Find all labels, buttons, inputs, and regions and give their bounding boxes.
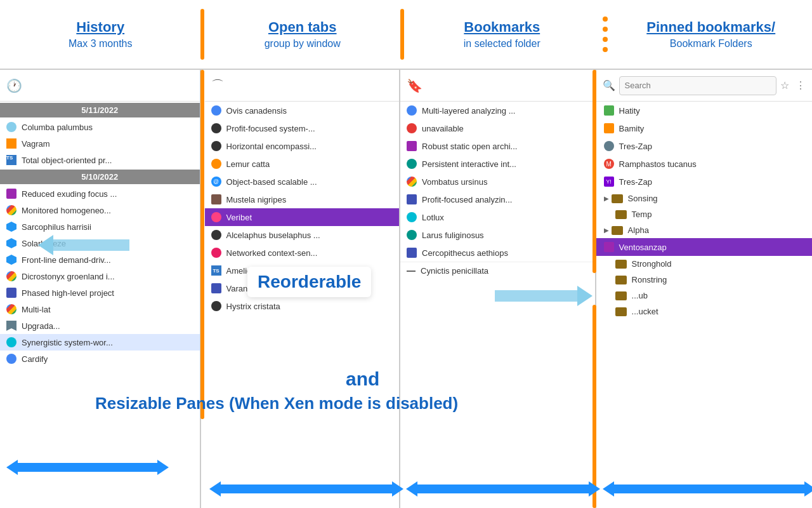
favicon [211,141,221,151]
history-icon: 🕐 [6,78,22,93]
list-item[interactable]: Synergistic system-wor... [0,334,200,351]
item-label: Multi-lat [22,305,51,314]
item-label: Larus fuliginosus [422,231,484,240]
list-item[interactable]: Dicrostonyx groenland i... [0,268,200,284]
folder-icon [612,226,623,235]
list-item[interactable]: Front-line demand-driv... [0,251,200,268]
list-item[interactable]: Solarbreeze [0,235,200,251]
list-item[interactable]: Vagram [0,135,200,152]
item-label: Lemur catta [226,159,270,169]
folder-item[interactable]: ...ub [596,288,812,304]
list-item[interactable]: Hystrix cristata [205,297,400,315]
list-item[interactable]: M Ramphastos tucanus [596,155,812,173]
folder-item[interactable]: ▶ Alpha [596,222,812,238]
list-item[interactable]: Larus fuliginosus [400,226,595,244]
favicon [6,288,16,298]
active-tab-item[interactable]: Veribet [205,208,400,226]
orange-bar-right-top [593,70,596,273]
list-item[interactable]: Mustela nigripes [205,190,400,208]
list-item[interactable]: @ Object-based scalable ... [205,173,400,190]
item-label: Dicrostonyx groenland i... [22,272,115,281]
bookmark-icon: 🔖 [407,78,422,93]
list-item[interactable]: Profit-focused system-... [205,119,400,137]
list-item[interactable]: Cynictis penicillata [400,262,595,279]
search-icon: 🔍 [603,79,615,91]
favicon [211,123,221,133]
item-label: Ovis canadensis [226,106,287,116]
list-item[interactable]: Hatity [596,102,812,119]
item-label: Veribet [226,213,252,222]
list-item[interactable]: Vombatus ursinus [400,173,595,190]
folder-item[interactable]: Ronstring [596,272,812,288]
list-item[interactable]: TS Ameliora... [205,262,400,279]
folder-item[interactable]: Stronghold [596,256,812,272]
list-item[interactable]: Sarcophilus harrisii [0,218,200,235]
favicon [211,301,221,311]
item-label: Sarcophilus harrisii [22,222,91,232]
tabs-icon: ⌒ [211,77,224,94]
folder-icon [615,210,627,219]
folder-item[interactable]: ▶ Sonsing [596,190,812,206]
tabs-pane-header: ⌒ [205,70,400,102]
item-label: Front-line demand-driv... [22,255,111,265]
item-label: Upgrada... [22,321,60,331]
favicon [6,222,16,232]
list-item[interactable]: Reduced exuding focus ... [0,185,200,202]
list-item[interactable]: Multi-lat [0,301,200,318]
list-item[interactable]: Profit-focused analyzin... [400,190,595,208]
list-item[interactable]: Bamity [596,119,812,137]
favicon [6,271,16,281]
favicon [407,212,417,222]
list-item[interactable]: Robust static open archi... [400,137,595,155]
item-label: Robust static open archi... [422,142,517,151]
search-box[interactable] [619,76,776,95]
list-item[interactable]: Columba palumbus [0,119,200,135]
list-item[interactable]: Tres-Zap [596,137,812,155]
favicon [6,238,16,248]
item-label: Ventosanzap [619,243,667,252]
list-item[interactable]: Multi-layered analyzing ... [400,102,595,119]
item-label: Profit-focused system-... [226,124,315,133]
main-area: 🕐 5/11/2022 Columba palumbus Vagram TS T… [0,70,812,508]
list-item[interactable]: Lotlux [400,208,595,226]
list-item[interactable]: Upgrada... [0,318,200,334]
folder-item[interactable]: ...ucket [596,304,812,319]
favicon [211,105,221,116]
favicon [6,304,16,314]
list-item[interactable]: Networked context-sen... [205,244,400,262]
search-input[interactable] [625,81,771,90]
list-item[interactable]: Persistent interactive int... [400,155,595,173]
favicon [6,337,16,347]
divider-dots [600,17,610,52]
selected-item[interactable]: Ventosanzap [596,238,812,256]
header-bookmarks: Bookmarks in selected folder [404,0,600,69]
item-label: Object-based scalable ... [226,177,317,187]
item-label: Ameliora... [226,266,266,276]
folder-item[interactable]: Temp [596,206,812,222]
list-item[interactable]: Lemur catta [205,155,400,173]
list-item[interactable]: Phased high-level project [0,284,200,301]
header-bookmarks-subtitle: in selected folder [464,38,540,50]
list-item[interactable]: Cardify [0,351,200,367]
bookmarks-pane: 🔖 Multi-layered analyzing ... unavailabl… [400,70,596,508]
item-label: Cynictis penicillata [421,266,488,276]
list-item[interactable]: TS Total object-oriented pr... [0,152,200,168]
more-icon[interactable]: ⋮ [796,79,806,91]
list-item[interactable]: Horizontal encompassi... [205,137,400,155]
list-item[interactable]: Varanus s... [205,279,400,297]
favicon [604,141,614,151]
list-item[interactable]: Monitored homogeneo... [0,202,200,218]
list-item[interactable]: Alcelaphus buselaphus ... [205,226,400,244]
list-item[interactable]: Ovis canadensis [205,102,400,119]
list-item[interactable]: Cercopithecus aethiops [400,244,595,262]
favicon [211,212,221,222]
favicon [211,248,221,258]
favicon [604,242,614,252]
favicon: M [604,159,614,169]
favicon [6,255,16,265]
star-icon[interactable]: ☆ [780,79,789,91]
folder-label: Alpha [628,225,649,235]
list-item[interactable]: unavailable [400,119,595,137]
item-label: Vombatus ursinus [422,177,487,187]
list-item[interactable]: Y! Tres-Zap [596,173,812,190]
